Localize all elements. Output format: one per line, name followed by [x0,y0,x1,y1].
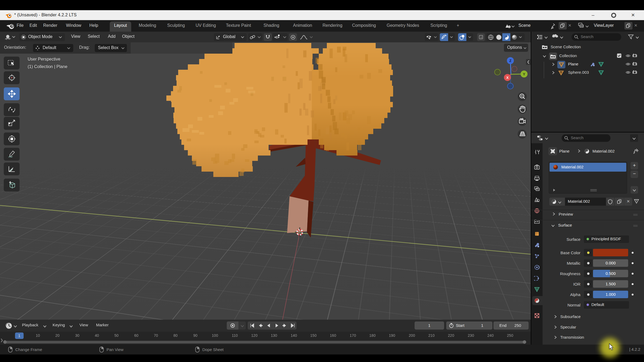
svg-text:X: X [506,76,509,80]
svg-text:Z: Z [509,59,511,63]
svg-text:Y: Y [523,72,525,76]
